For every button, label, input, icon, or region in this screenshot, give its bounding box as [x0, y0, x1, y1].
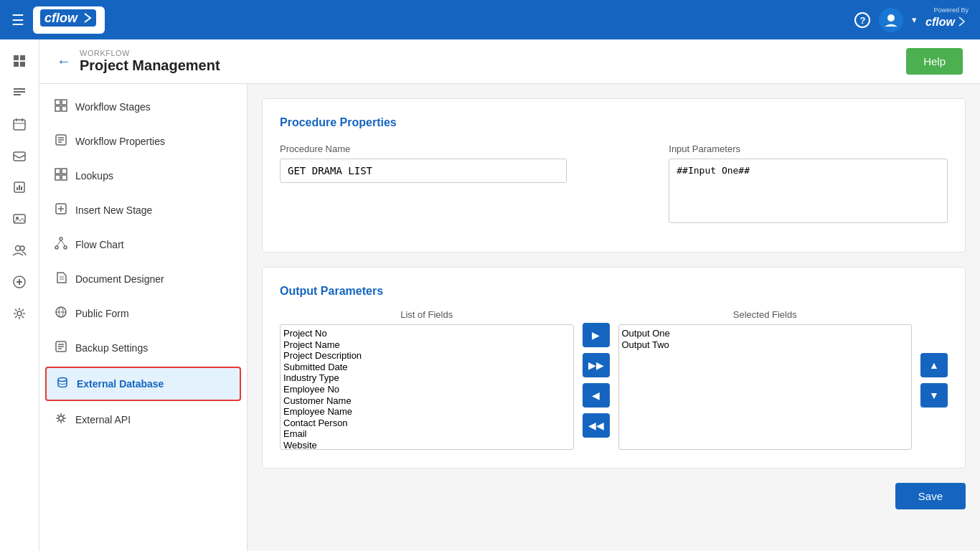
list-item[interactable]: Project No [283, 328, 570, 339]
sidebar-item-external-database-label: External Database [77, 378, 164, 390]
move-all-left-button[interactable]: ◀◀ [583, 413, 610, 438]
svg-rect-11 [14, 88, 25, 90]
svg-rect-33 [62, 106, 67, 111]
output-parameters-title: Output Parameters [280, 285, 948, 298]
list-item[interactable]: Contact Person [283, 418, 570, 429]
sidebar-icon-inbox[interactable] [5, 141, 34, 170]
sidebar-item-external-database[interactable]: External Database [45, 367, 241, 401]
selected-item[interactable]: Output Two [622, 339, 909, 351]
menu-icon[interactable]: ☰ [11, 11, 24, 29]
list-item[interactable]: Industry Type [283, 372, 570, 384]
sidebar-icon-reports[interactable] [5, 173, 34, 202]
list-item[interactable]: Website [283, 440, 570, 450]
svg-rect-8 [14, 62, 19, 67]
selected-fields-label: Selected Fields [618, 309, 913, 320]
sidebar-item-workflow-stages[interactable]: Workflow Stages [39, 90, 247, 124]
sidebar-item-document-designer-label: Document Designer [75, 273, 164, 285]
selected-fields-select[interactable]: Output One Output Two [618, 324, 913, 450]
sidebar-item-external-api[interactable]: External API [39, 402, 247, 437]
help-icon-btn[interactable]: ? [854, 12, 870, 28]
powered-logo-text: cflow [925, 14, 969, 33]
svg-line-48 [57, 240, 61, 246]
svg-line-49 [61, 240, 65, 246]
back-button[interactable]: ← [57, 53, 71, 70]
procedure-properties-card: Procedure Properties Procedure Name Inpu… [262, 98, 966, 253]
transfer-buttons: ▶ ▶▶ ◀ ◀◀ [583, 323, 610, 438]
move-right-button[interactable]: ▶ [583, 323, 610, 347]
lookups-icon [54, 168, 68, 184]
list-item[interactable]: Project Description [283, 350, 570, 362]
sidebar-icon-calendar[interactable] [5, 110, 34, 138]
page-header: ← WORKFLOW Project Management Help [39, 39, 980, 84]
public-form-icon [54, 306, 68, 321]
sidebar-icon-home[interactable] [5, 47, 34, 75]
user-avatar[interactable] [879, 8, 903, 32]
main-content: Procedure Properties Procedure Name Inpu… [248, 84, 980, 551]
input-parameters-label: Input Parameters [669, 143, 948, 154]
document-designer-icon [54, 271, 68, 287]
logo-text: cflow [40, 8, 98, 32]
svg-rect-9 [20, 62, 25, 67]
navbar-right: ? ▾ Powered By cflow [854, 6, 969, 33]
list-item[interactable]: Submitted Date [283, 362, 570, 373]
input-parameters-textarea[interactable]: ##Input One## [669, 159, 948, 223]
sidebar-item-flow-chart-label: Flow Chart [75, 239, 124, 250]
list-item[interactable]: Employee No [283, 384, 570, 395]
sidebar-icon-settings[interactable] [5, 299, 34, 328]
sidebar-item-workflow-properties-label: Workflow Properties [75, 136, 165, 147]
sidebar-item-public-form[interactable]: Public Form [39, 296, 247, 331]
move-down-button[interactable]: ▼ [920, 383, 948, 408]
sidebar-icon-dashboard[interactable] [5, 78, 34, 107]
sidebar-item-insert-new-stage[interactable]: Insert New Stage [39, 193, 247, 227]
list-item[interactable]: Employee Name [283, 406, 570, 418]
main-layout: ← WORKFLOW Project Management Help Workf… [0, 39, 980, 551]
sidebar-icon-users[interactable] [5, 236, 34, 265]
list-of-fields-select[interactable]: Project No Project Name Project Descript… [280, 324, 574, 450]
procedure-form-row: Procedure Name Input Parameters ##Input … [280, 143, 948, 223]
sidebar-item-document-designer[interactable]: Document Designer [39, 262, 247, 296]
output-parameters-card: Output Parameters List of Fields Project… [262, 267, 966, 468]
transfer-area: List of Fields Project No Project Name P… [280, 309, 948, 451]
sidebar-icon-gallery[interactable] [5, 204, 34, 233]
sidebar-item-workflow-properties[interactable]: Workflow Properties [39, 124, 247, 159]
sidebar-item-flow-chart[interactable]: Flow Chart [39, 227, 247, 262]
procedure-properties-title: Procedure Properties [280, 116, 948, 129]
svg-rect-41 [62, 175, 67, 180]
procedure-name-input[interactable] [280, 159, 567, 183]
list-item[interactable]: Project Name [283, 339, 570, 351]
selected-item[interactable]: Output One [622, 328, 909, 339]
svg-rect-6 [14, 55, 19, 60]
save-button[interactable]: Save [895, 483, 966, 509]
sidebar-item-backup-settings[interactable]: Backup Settings [39, 331, 247, 365]
icon-sidebar [0, 39, 39, 551]
list-item[interactable]: Customer Name [283, 395, 570, 407]
powered-by: Powered By cflow [925, 6, 969, 33]
flow-chart-icon [54, 237, 68, 253]
sidebar-item-insert-new-stage-label: Insert New Stage [75, 204, 152, 216]
dropdown-arrow[interactable]: ▾ [912, 14, 917, 25]
selected-fields-box: Selected Fields Output One Output Two [618, 309, 913, 451]
svg-rect-32 [55, 106, 60, 111]
sidebar-item-external-api-label: External API [75, 414, 131, 425]
sidebar-item-workflow-stages-label: Workflow Stages [75, 101, 151, 113]
sidebar-item-lookups[interactable]: Lookups [39, 159, 247, 193]
move-up-button[interactable]: ▲ [920, 353, 948, 377]
list-of-fields-label: List of Fields [280, 309, 574, 320]
svg-rect-30 [55, 100, 60, 105]
svg-rect-13 [14, 120, 25, 130]
svg-point-4 [887, 14, 895, 22]
help-button[interactable]: Help [906, 48, 963, 75]
sidebar-icon-add[interactable] [5, 268, 34, 296]
svg-rect-12 [14, 94, 21, 95]
sidebar-item-lookups-label: Lookups [75, 170, 113, 182]
svg-point-45 [60, 237, 62, 240]
backup-settings-icon [54, 340, 68, 356]
move-all-right-button[interactable]: ▶▶ [583, 353, 610, 377]
list-item[interactable]: Email [283, 428, 570, 440]
move-left-button[interactable]: ◀ [583, 383, 610, 408]
insert-new-stage-icon [54, 202, 68, 218]
procedure-name-group: Procedure Name [280, 143, 651, 223]
procedure-name-label: Procedure Name [280, 143, 651, 154]
svg-point-46 [55, 246, 58, 249]
content-area: ← WORKFLOW Project Management Help Workf… [39, 39, 980, 551]
